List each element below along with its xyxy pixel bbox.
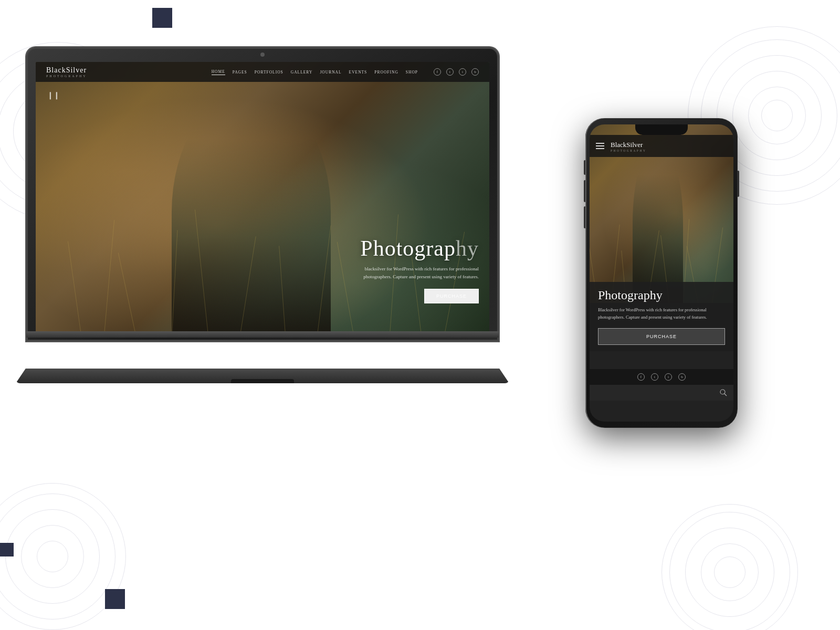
laptop-notch bbox=[231, 379, 294, 383]
phone-hero-content: Photography Blacksilver for WordPress wi… bbox=[590, 282, 733, 351]
phone-social-twitter[interactable]: t bbox=[651, 373, 658, 381]
laptop-base bbox=[16, 369, 509, 383]
phone-social-facebook[interactable]: f bbox=[637, 373, 645, 381]
laptop-bezel: BlackSilver PHOTOGRAPHY HOME PAGES PORTF… bbox=[26, 47, 499, 341]
phone-logo: BlackSilver PHOTOGRAPHY bbox=[611, 140, 646, 152]
laptop-screen: BlackSilver PHOTOGRAPHY HOME PAGES PORTF… bbox=[36, 62, 489, 335]
laptop-logo: BlackSilver PHOTOGRAPHY bbox=[46, 66, 87, 78]
phone-social-icons: f t i b bbox=[590, 369, 733, 385]
nav-link-shop[interactable]: SHOP bbox=[406, 70, 418, 75]
hamburger-menu-icon[interactable] bbox=[596, 143, 604, 149]
phone-body: BlackSilver PHOTOGRAPHY Photography Blac… bbox=[585, 118, 738, 428]
hamburger-line-2 bbox=[596, 145, 604, 146]
phone-purchase-button[interactable]: Purchase bbox=[598, 328, 725, 345]
laptop-brand-name: BlackSilver bbox=[46, 66, 87, 75]
svg-line-1 bbox=[724, 394, 727, 396]
laptop-navbar: BlackSilver PHOTOGRAPHY HOME PAGES PORTF… bbox=[36, 62, 489, 82]
phone-search-bar bbox=[590, 385, 733, 401]
laptop-body: BlackSilver PHOTOGRAPHY HOME PAGES PORTF… bbox=[26, 47, 499, 352]
search-icon[interactable] bbox=[720, 389, 727, 396]
laptop-hero-description: blacksilver for WordPress with rich feat… bbox=[342, 265, 479, 280]
phone-notch bbox=[635, 124, 688, 135]
phone-screen: BlackSilver PHOTOGRAPHY Photography Blac… bbox=[590, 124, 733, 422]
laptop-purchase-button[interactable]: Purchase bbox=[424, 289, 479, 303]
svg-point-0 bbox=[720, 390, 725, 394]
nav-link-gallery[interactable]: GALLERY bbox=[291, 70, 313, 75]
laptop-mockup: BlackSilver PHOTOGRAPHY HOME PAGES PORTF… bbox=[26, 47, 499, 383]
hamburger-line-1 bbox=[596, 143, 604, 144]
phone-brand-sub: PHOTOGRAPHY bbox=[611, 149, 646, 152]
laptop-social-behance[interactable]: b bbox=[471, 68, 479, 76]
laptop-camera bbox=[260, 52, 265, 57]
phone-hero-description: Blacksilver for WordPress with rich feat… bbox=[598, 307, 725, 321]
woman-shadow bbox=[172, 89, 330, 335]
laptop-nav-links: HOME PAGES PORTFOLIOS GALLERY JOURNAL EV… bbox=[212, 69, 418, 75]
phone-brand-name: BlackSilver bbox=[611, 141, 643, 149]
phone-footer: f t i b bbox=[590, 369, 733, 401]
laptop-hinge bbox=[26, 331, 499, 338]
pause-button[interactable]: ❙❙ bbox=[47, 91, 60, 100]
phone-navbar: BlackSilver PHOTOGRAPHY bbox=[590, 135, 733, 157]
hamburger-line-3 bbox=[596, 148, 604, 149]
nav-link-home[interactable]: HOME bbox=[212, 69, 225, 75]
phone-woman-shadow bbox=[633, 142, 683, 303]
nav-link-events[interactable]: EVENTS bbox=[349, 70, 368, 75]
laptop-social-icons: f t i b bbox=[434, 68, 479, 76]
laptop-social-facebook[interactable]: f bbox=[434, 68, 441, 76]
phone-social-behance[interactable]: b bbox=[678, 373, 686, 381]
nav-link-proofing[interactable]: PROOFING bbox=[374, 70, 398, 75]
laptop-hero-title: Photography bbox=[342, 236, 479, 261]
laptop-social-instagram[interactable]: i bbox=[459, 68, 466, 76]
nav-link-journal[interactable]: JOURNAL bbox=[320, 70, 341, 75]
nav-link-pages[interactable]: PAGES bbox=[233, 70, 247, 75]
phone-social-instagram[interactable]: i bbox=[665, 373, 672, 381]
nav-link-portfolios[interactable]: PORTFOLIOS bbox=[255, 70, 284, 75]
laptop-hero-content: Photography blacksilver for WordPress wi… bbox=[342, 236, 479, 303]
phone-mockup: BlackSilver PHOTOGRAPHY Photography Blac… bbox=[585, 118, 738, 428]
laptop-social-twitter[interactable]: t bbox=[446, 68, 454, 76]
laptop-brand-sub: PHOTOGRAPHY bbox=[46, 75, 87, 78]
scene: BlackSilver PHOTOGRAPHY HOME PAGES PORTF… bbox=[0, 0, 840, 630]
phone-hero-title: Photography bbox=[598, 288, 725, 302]
